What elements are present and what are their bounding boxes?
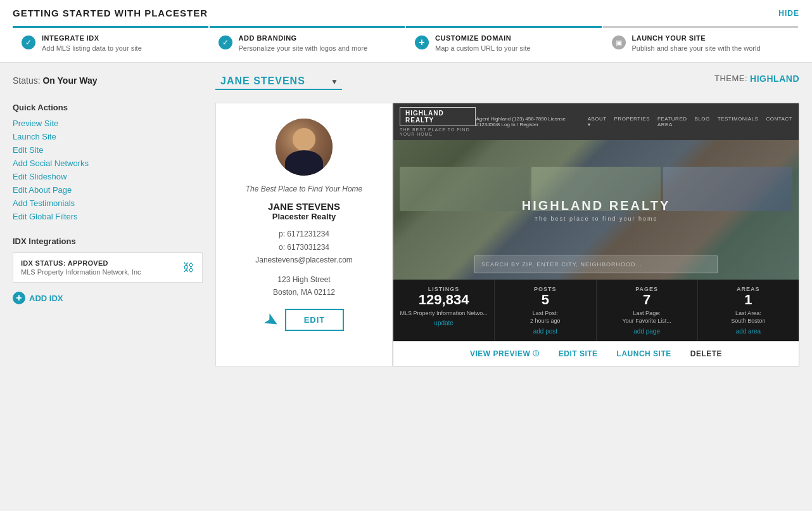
- stat-areas: AREAS 1 Last Area: South Boston add area: [698, 280, 799, 340]
- step-1-title: INTEGRATE IDX: [42, 34, 142, 42]
- add-page-link[interactable]: add page: [602, 328, 692, 335]
- search-placeholder: SEARCH BY ZIP, ENTER CITY, NEIGHBORHOOD.…: [481, 261, 642, 268]
- quick-actions-section: Quick Actions Preview Site Launch Site E…: [13, 103, 203, 221]
- idx-status-label: IDX STATUS: APPROVED: [21, 259, 141, 267]
- theme-value: HIGHLAND: [750, 74, 799, 84]
- hide-button[interactable]: HIDE: [778, 9, 799, 18]
- theme-label: THEME:: [714, 74, 747, 83]
- sidebar-item-preview-site[interactable]: Preview Site: [13, 119, 203, 128]
- quick-actions-title: Quick Actions: [13, 103, 203, 112]
- sidebar-item-add-social[interactable]: Add Social Networks: [13, 158, 203, 168]
- delete-link[interactable]: DELETE: [690, 349, 722, 358]
- plus-icon-3: +: [415, 36, 429, 49]
- site-preview: HIGHLAND REALTY THE BEST PLACE TO FIND Y…: [393, 103, 799, 366]
- preview-actions: VIEW PREVIEW ⓘ EDIT SITE LAUNCH SITE DEL…: [393, 341, 799, 366]
- right-panel: HIGHLAND REALTY THE BEST PLACE TO FIND Y…: [393, 103, 799, 366]
- agent-dropdown-wrapper[interactable]: JANE STEVENS ▼: [215, 73, 342, 90]
- info-icon: ⓘ: [533, 349, 540, 358]
- view-preview-label: VIEW PREVIEW: [470, 349, 530, 358]
- agent-phone: p: 6171231234: [279, 230, 329, 238]
- sidebar-item-edit-site[interactable]: Edit Site: [13, 145, 203, 155]
- step-3-title: CUSTOMIZE DOMAIN: [435, 34, 531, 42]
- step-integrate-idx[interactable]: ✓ INTEGRATE IDX Add MLS listing data to …: [13, 26, 208, 62]
- add-idx-label: ADD IDX: [29, 294, 63, 303]
- link-icon[interactable]: ⛓: [183, 261, 194, 275]
- listings-update-link[interactable]: update: [398, 320, 489, 327]
- agent-address: 123 High Street Boston, MA 02112: [273, 273, 335, 299]
- thumb-3: [663, 167, 792, 211]
- sidebar-item-add-testimonials[interactable]: Add Testimonials: [13, 198, 203, 208]
- banner-title: GETTING STARTED WITH PLACESTER: [13, 8, 208, 18]
- theme-display: THEME: HIGHLAND: [714, 74, 799, 84]
- step-2-title: ADD BRANDING: [239, 34, 368, 42]
- view-preview-link[interactable]: VIEW PREVIEW ⓘ: [470, 349, 540, 358]
- agent-name: JANE STEVENS: [268, 201, 340, 212]
- preview-logo: HIGHLAND REALTY: [400, 107, 476, 126]
- posts-number: 5: [500, 292, 590, 307]
- edit-area: ➤ EDIT: [264, 309, 345, 331]
- preview-agent-info: Agent Highland (123) 456-7890 License #1…: [476, 116, 587, 127]
- preview-hero: HIGHLAND REALTY The best place to find y…: [393, 140, 799, 280]
- status-value: On Your Way: [42, 75, 97, 86]
- idx-integrations-section: IDX Integrations IDX STATUS: APPROVED ML…: [13, 236, 203, 304]
- step-1-desc: Add MLS listing data to your site: [42, 44, 142, 53]
- check-icon-2: ✓: [219, 36, 232, 49]
- sidebar-item-edit-about[interactable]: Edit About Page: [13, 185, 203, 195]
- avatar: [276, 119, 333, 176]
- hero-text: HIGHLAND REALTY The best place to find y…: [522, 198, 671, 222]
- nav-blog: BLOG: [695, 116, 710, 127]
- step-2-desc: Personalize your site with logos and mor…: [239, 44, 368, 53]
- address-line1: 123 High Street: [277, 275, 330, 284]
- stat-posts: POSTS 5 Last Post: 2 hours ago add post: [495, 280, 596, 340]
- nav-about: ABOUT ▾: [588, 116, 607, 127]
- sidebar-item-edit-global-filters[interactable]: Edit Global Filters: [13, 212, 203, 221]
- idx-status-box: IDX STATUS: APPROVED MLS Property Inform…: [13, 252, 203, 283]
- step-4-title: LAUNCH YOUR SITE: [632, 34, 761, 42]
- status-label: Status:: [13, 75, 41, 86]
- add-area-link[interactable]: add area: [703, 328, 794, 335]
- avatar-image: [276, 119, 333, 176]
- areas-sub: Last Area: South Boston: [703, 309, 794, 325]
- check-icon-1: ✓: [22, 36, 35, 49]
- status-bar: Status: On Your Way: [13, 75, 98, 86]
- nav-featured: FEATURED AREA: [657, 116, 687, 127]
- stats-bar: LISTINGS 129,834 MLS Property Informatio…: [393, 280, 799, 340]
- preview-header: HIGHLAND REALTY THE BEST PLACE TO FIND Y…: [393, 103, 799, 140]
- add-idx-button[interactable]: + ADD IDX: [13, 292, 203, 304]
- stat-pages: PAGES 7 Last Page: Your Favorite List...…: [597, 280, 698, 340]
- edit-site-link[interactable]: EDIT SITE: [559, 349, 598, 358]
- pages-number: 7: [602, 292, 692, 307]
- step-add-branding[interactable]: ✓ ADD BRANDING Personalize your site wit…: [210, 26, 405, 62]
- areas-number: 1: [703, 292, 794, 307]
- step-4-desc: Publish and share your site with the wor…: [632, 44, 761, 53]
- sidebar-item-launch-site[interactable]: Launch Site: [13, 132, 203, 141]
- profile-card: The Best Place to Find Your Home JANE ST…: [215, 103, 393, 366]
- hero-subtitle: The best place to find your home: [522, 216, 671, 222]
- hero-search-bar: SEARCH BY ZIP, ENTER CITY, NEIGHBORHOOD.…: [474, 256, 718, 273]
- sidebar-item-edit-slideshow[interactable]: Edit Slideshow: [13, 172, 203, 181]
- nav-properties: PROPERTIES: [614, 116, 650, 127]
- edit-profile-button[interactable]: EDIT: [285, 309, 345, 331]
- agent-tagline: The Best Place to Find Your Home: [246, 184, 363, 193]
- agent-email: Janestevens@placester.com: [255, 256, 353, 264]
- listings-sub: MLS Property Information Netwo...: [398, 309, 489, 318]
- agent-select[interactable]: JANE STEVENS: [215, 73, 342, 90]
- plus-icon: +: [13, 292, 25, 304]
- arrow-icon: ➤: [260, 308, 282, 333]
- sidebar: Quick Actions Preview Site Launch Site E…: [13, 103, 215, 366]
- preview-logo-sub: THE BEST PLACE TO FIND YOUR HOME: [400, 127, 476, 136]
- step-launch-site[interactable]: ▣ LAUNCH YOUR SITE Publish and share you…: [603, 26, 799, 62]
- pages-sub: Last Page: Your Favorite List...: [602, 309, 692, 325]
- preview-nav: ABOUT ▾ PROPERTIES FEATURED AREA BLOG TE…: [588, 116, 792, 127]
- add-post-link[interactable]: add post: [500, 328, 590, 335]
- address-line2: Boston, MA 02112: [273, 288, 335, 297]
- chat-icon-4: ▣: [612, 36, 626, 49]
- idx-integrations-title: IDX Integrations: [13, 236, 203, 246]
- posts-sub: Last Post: 2 hours ago: [500, 309, 590, 325]
- agent-office: o: 6173031234: [279, 243, 329, 252]
- launch-site-link[interactable]: LAUNCH SITE: [617, 349, 671, 358]
- step-customize-domain[interactable]: + CUSTOMIZE DOMAIN Map a custom URL to y…: [406, 26, 602, 62]
- contact-info: p: 6171231234 o: 6173031234 Janestevens@…: [255, 228, 353, 266]
- step-3-desc: Map a custom URL to your site: [435, 44, 531, 53]
- agent-company: Placester Realty: [272, 212, 336, 221]
